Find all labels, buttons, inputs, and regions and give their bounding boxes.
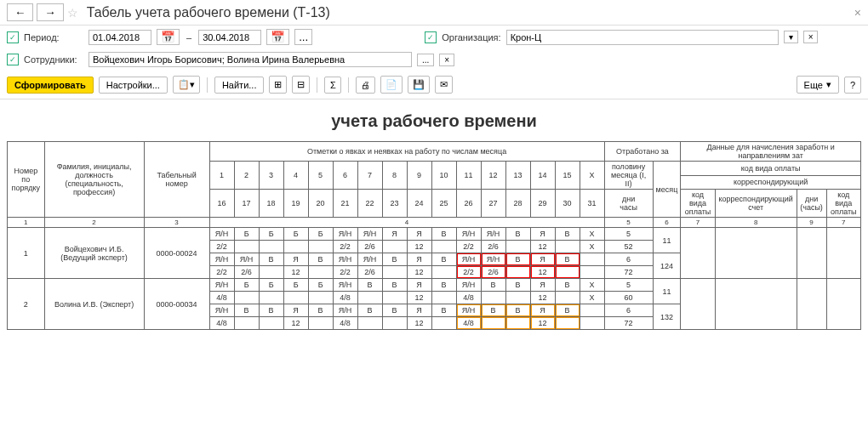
ellipsis-button[interactable]: ... bbox=[294, 29, 312, 45]
calendar-icon[interactable]: 📅 bbox=[157, 29, 180, 45]
dash: – bbox=[186, 32, 191, 43]
more-button[interactable]: Еще ▾ bbox=[797, 76, 839, 94]
date-to[interactable] bbox=[198, 30, 261, 45]
clear-icon[interactable]: × bbox=[803, 31, 819, 43]
settings-button[interactable]: Настройки... bbox=[99, 77, 168, 94]
emp-input[interactable] bbox=[89, 52, 412, 67]
report-table: Номер по порядкуФамилия, инициалы, должн… bbox=[7, 141, 861, 330]
org-input[interactable] bbox=[506, 30, 779, 45]
form-button[interactable]: Сформировать bbox=[7, 77, 94, 94]
clear-icon[interactable]: × bbox=[439, 54, 454, 66]
find-button[interactable]: Найти... bbox=[214, 77, 265, 94]
expand-icon[interactable]: ⊞ bbox=[269, 76, 287, 94]
emp-label: Сотрудники: bbox=[24, 54, 83, 65]
email-icon[interactable]: ✉ bbox=[435, 76, 453, 94]
ellipsis-button[interactable]: ... bbox=[417, 54, 434, 66]
copy-icon[interactable]: 📋▾ bbox=[173, 76, 200, 94]
dropdown-icon[interactable]: ▾ bbox=[784, 31, 798, 43]
report-title: учета рабочего времени bbox=[7, 111, 861, 131]
collapse-icon[interactable]: ⊟ bbox=[292, 76, 310, 94]
forward-button[interactable]: → bbox=[37, 3, 63, 21]
calendar-icon[interactable]: 📅 bbox=[266, 29, 289, 45]
chart-icon[interactable]: Σ bbox=[324, 77, 341, 94]
save-icon[interactable]: 💾 bbox=[408, 76, 430, 94]
close-icon[interactable]: × bbox=[854, 6, 861, 20]
checkbox-period[interactable]: ✓ bbox=[7, 31, 19, 43]
star-icon[interactable]: ☆ bbox=[67, 6, 78, 20]
back-button[interactable]: ← bbox=[7, 3, 33, 21]
print-icon[interactable]: 🖨 bbox=[356, 77, 375, 94]
date-from[interactable] bbox=[89, 30, 151, 45]
page-icon[interactable]: 📄 bbox=[380, 76, 403, 94]
page-title: Табель учета рабочего времени (Т-13) bbox=[87, 5, 330, 20]
help-button[interactable]: ? bbox=[844, 77, 861, 94]
period-label: Период: bbox=[24, 32, 83, 43]
org-label: Организация: bbox=[442, 32, 500, 43]
checkbox-emp[interactable]: ✓ bbox=[7, 54, 19, 65]
checkbox-org[interactable]: ✓ bbox=[425, 31, 437, 43]
